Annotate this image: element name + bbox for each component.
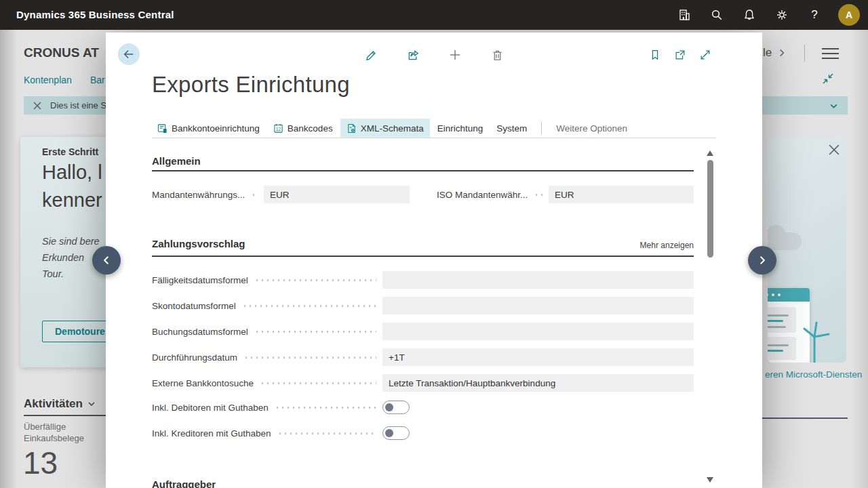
field-label: Skontodatumsformel — [152, 301, 236, 311]
field-row: Fälligkeitsdatumsformel — [152, 271, 694, 289]
close-icon[interactable] — [33, 102, 41, 110]
dotted-leader — [243, 357, 376, 359]
dialog-toolbar-left — [362, 46, 506, 64]
notifications-bell-icon[interactable] — [741, 6, 758, 24]
iso-mandantenwaehrung-input[interactable] — [549, 186, 694, 203]
dotted-leader — [260, 382, 376, 384]
activities-heading[interactable]: Aktivitäten — [24, 397, 96, 411]
scrollbar-thumb[interactable] — [707, 160, 713, 258]
field-row: Durchführungsdatum — [152, 348, 694, 366]
kpi-label: Überfällige Einkaufsbelege — [24, 421, 84, 444]
nav-link-bankkonten[interactable]: Bar — [90, 75, 105, 85]
tab-bankkontoeinrichtung[interactable]: Bankkontoeinrichtung — [151, 119, 266, 138]
kpi-label-line1: Überfällige — [24, 421, 84, 432]
field-label: Externe Bankkontosuche — [152, 378, 254, 388]
mandantenwaehrung-input[interactable] — [264, 186, 410, 203]
browser-header — [768, 288, 810, 302]
office-building-icon[interactable] — [675, 6, 693, 24]
field-label: Inkl. Debitoren mit Guthaben — [152, 403, 269, 413]
tab-label: XML-Schemata — [361, 123, 424, 134]
durchfuehrungsdatum-input[interactable] — [382, 348, 694, 366]
welcome-body-line2: Erkunden — [42, 249, 100, 266]
dotted-leader — [242, 305, 376, 307]
toggle-row: Inkl. Debitoren mit Guthaben — [152, 400, 694, 415]
chevron-right-icon[interactable] — [777, 48, 787, 58]
carousel-prev-button[interactable] — [92, 246, 121, 274]
more-options-button[interactable]: Weitere Optionen — [550, 123, 633, 134]
dotted-leader — [254, 331, 376, 333]
svg-text:12: 12 — [276, 126, 281, 131]
tab-system[interactable]: System — [490, 119, 533, 138]
welcome-heading-line1: Hallo, l — [42, 159, 102, 186]
tab-label: Einrichtung — [437, 123, 484, 134]
delete-trash-icon[interactable] — [488, 46, 506, 64]
right-edge-shadow — [850, 30, 868, 488]
divider — [804, 45, 805, 62]
notification-text: Dies ist eine Sa — [50, 100, 111, 110]
open-in-new-window-icon[interactable] — [671, 46, 689, 64]
buchungsdatumsformel-input[interactable] — [382, 323, 694, 340]
bookmark-icon[interactable] — [646, 46, 664, 64]
field-row: Skontodatumsformel — [152, 297, 694, 314]
bank-account-setup-icon — [157, 123, 167, 134]
inkl-kreditoren-toggle[interactable] — [382, 426, 410, 440]
welcome-body-line3: Tour. — [42, 266, 100, 282]
inkl-debitoren-toggle[interactable] — [382, 401, 410, 414]
nav-link-kontenplan[interactable]: Kontenplan — [24, 75, 72, 85]
chevron-right-icon — [757, 256, 767, 265]
dialog-tabbar: Bankkontoeinrichtung 12 Bankcodes — [151, 119, 633, 138]
field-row: Buchungsdatumsformel — [152, 323, 694, 340]
collapse-icon[interactable] — [822, 73, 834, 87]
show-more-link[interactable]: Mehr anzeigen — [639, 241, 694, 250]
mini-card — [768, 337, 796, 360]
exports-setup-dialog: Exports Einrichtung Bankkontoeinrichtung — [106, 33, 762, 488]
field-label: ISO Mandantenwähr... — [437, 190, 528, 200]
field-label: Buchungsdatumsformel — [152, 327, 248, 337]
welcome-heading-line2: kenner — [42, 186, 102, 214]
field-row: ISO Mandantenwähr... — [437, 186, 694, 203]
tab-label: Bankkontoeinrichtung — [172, 123, 260, 134]
activities-heading-label: Aktivitäten — [24, 397, 83, 411]
share-icon[interactable] — [404, 46, 422, 64]
externe-bankkontosuche-input[interactable] — [382, 374, 694, 392]
back-button[interactable] — [118, 43, 140, 65]
field-row: Mandantenwährungs... — [152, 186, 410, 203]
app-title: Dynamics 365 Business Central — [16, 9, 174, 20]
dotted-leader — [534, 194, 542, 196]
close-icon[interactable] — [829, 144, 840, 158]
screen: Dynamics 365 Business Central — [0, 0, 868, 488]
kpi-value[interactable]: 13 — [23, 445, 58, 481]
scrollbar-up-arrow[interactable] — [707, 150, 713, 156]
tabbar-underline — [152, 138, 716, 138]
add-plus-icon[interactable] — [446, 46, 464, 64]
carousel-next-button[interactable] — [748, 246, 776, 274]
field-label: Durchführungsdatum — [152, 352, 237, 363]
chevron-down-icon[interactable] — [829, 101, 838, 113]
tab-einrichtung[interactable]: Einrichtung — [431, 119, 490, 138]
dotted-leader — [275, 407, 376, 409]
expand-icon[interactable] — [696, 46, 714, 64]
faelligkeitsdatumsformel-input[interactable] — [382, 271, 694, 289]
avatar[interactable]: A — [838, 4, 860, 26]
chevron-down-icon — [87, 400, 96, 408]
app-header: Dynamics 365 Business Central — [0, 0, 868, 30]
welcome-body-line1: Sie sind bere — [42, 233, 100, 249]
skontodatumsformel-input[interactable] — [382, 297, 694, 314]
welcome-body: Sie sind bere Erkunden Tour. — [42, 233, 100, 282]
settings-gear-icon[interactable] — [773, 6, 791, 24]
dotted-leader — [251, 194, 258, 196]
field-label: Fälligkeitsdatumsformel — [152, 275, 248, 285]
tab-label: System — [496, 123, 527, 134]
section-heading-auftraggeber: Auftraggeber — [152, 479, 216, 488]
tab-xml-schemata[interactable]: XML-Schemata — [340, 119, 430, 138]
help-icon[interactable]: ? — [806, 6, 823, 24]
microsoft-services-link[interactable]: eren Microsoft-Diensten — [765, 369, 862, 380]
scrollbar-down-arrow[interactable] — [707, 477, 713, 483]
tab-bankcodes[interactable]: 12 Bankcodes — [267, 119, 339, 138]
menu-icon[interactable] — [822, 48, 839, 59]
edit-pencil-icon[interactable] — [362, 46, 380, 64]
mini-card — [768, 307, 796, 333]
search-icon[interactable] — [708, 6, 726, 24]
company-name: CRONUS AT — [24, 45, 99, 60]
wind-turbine-illustration — [796, 321, 837, 363]
